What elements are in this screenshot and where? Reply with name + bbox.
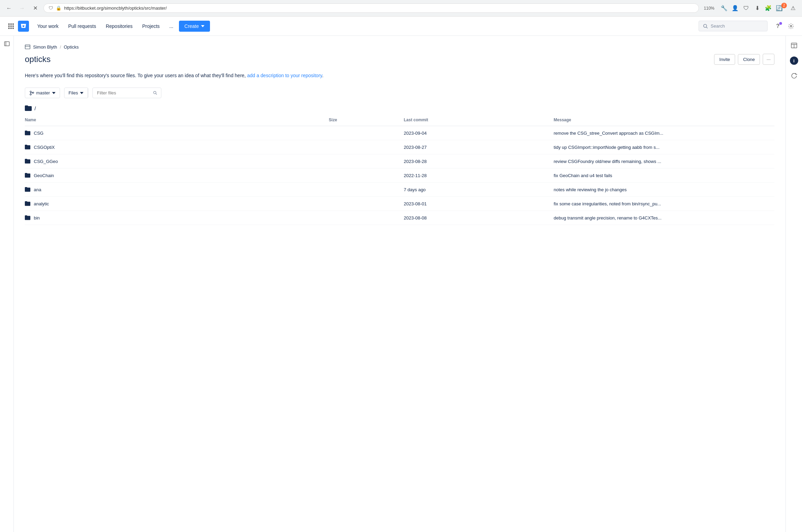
more-link[interactable]: ... [165, 21, 178, 32]
gear-icon [788, 23, 794, 29]
url-text: https://bitbucket.org/simoncblyth/optick… [64, 6, 694, 11]
repo-actions: Invite Clone ··· [714, 54, 774, 65]
more-options-button[interactable]: ··· [763, 54, 774, 65]
file-name-link[interactable]: bin [34, 215, 40, 221]
your-work-link[interactable]: Your work [33, 21, 63, 32]
shield-icon[interactable]: 🛡 [741, 3, 751, 13]
file-name-cell: CSG_GGeo [25, 154, 325, 168]
svg-point-17 [30, 94, 31, 95]
file-name-cell: bin [25, 211, 325, 225]
files-chevron-icon [80, 92, 83, 94]
sidebar-toggle[interactable] [0, 36, 14, 532]
svg-rect-4 [10, 25, 12, 27]
close-button[interactable]: ✕ [30, 3, 40, 13]
file-name-cell: GeoChain [25, 168, 325, 183]
right-panel: i [785, 36, 802, 532]
breadcrumb: Simon Blyth / Opticks [25, 44, 774, 50]
table-row: bin 2023-08-08debug transmit angle preci… [25, 211, 774, 225]
table-row: CSG 2023-09-04remove the CSG_stree_Conve… [25, 126, 774, 140]
file-message-cell: notes while reviewing the jo changes [550, 183, 774, 197]
files-dropdown-label[interactable]: Files [64, 88, 88, 98]
lock-icon: 🔒 [56, 6, 61, 11]
file-table-head: Name Size Last commit Message [25, 114, 774, 126]
address-bar[interactable]: 🛡 🔒 https://bitbucket.org/simoncblyth/op… [43, 3, 699, 13]
refresh-icon[interactable] [789, 70, 800, 81]
file-name-link[interactable]: ana [34, 187, 41, 192]
breadcrumb-user[interactable]: Simon Blyth [33, 44, 57, 50]
browser-chrome: ← → ✕ 🛡 🔒 https://bitbucket.org/simoncbl… [0, 0, 802, 17]
main-content: Simon Blyth / Opticks opticks Invite Clo… [14, 36, 785, 532]
file-name-link[interactable]: GeoChain [34, 173, 54, 178]
file-table: Name Size Last commit Message CSG 2023-0… [25, 114, 774, 225]
download-icon[interactable]: ⬇ [752, 3, 762, 13]
file-name-link[interactable]: analytic [34, 201, 49, 206]
top-nav: Your work Pull requests Repositories Pro… [0, 17, 802, 36]
projects-link[interactable]: Projects [138, 21, 164, 32]
file-name-link[interactable]: CSGOptiX [34, 145, 55, 150]
repositories-link[interactable]: Repositories [102, 21, 137, 32]
repo-description: Here's where you'll find this repository… [25, 72, 774, 79]
alert-icon[interactable]: ⚠ [788, 3, 798, 13]
create-button[interactable]: Create [179, 21, 210, 32]
svg-rect-8 [12, 28, 14, 29]
sidebar-toggle-icon [4, 41, 10, 46]
help-button[interactable]: ? [772, 21, 783, 32]
wrench-icon[interactable]: 🔧 [719, 3, 729, 13]
col-message: Message [550, 114, 774, 126]
clone-button[interactable]: Clone [738, 54, 760, 65]
browser-actions: 🔧 👤 🛡 ⬇ 🧩 🔄 2 ⚠ [719, 3, 798, 13]
search-bar[interactable]: Search [699, 21, 768, 31]
add-description-link[interactable]: add a description to your repository [247, 73, 322, 78]
bitbucket-logo[interactable] [18, 21, 29, 32]
table-row: CSGOptiX 2023-08-27tidy up CSGImport::im… [25, 140, 774, 154]
file-name-link[interactable]: CSG [34, 131, 43, 136]
security-icon: 🛡 [49, 6, 53, 11]
root-folder-label: / [34, 105, 36, 111]
breadcrumb-separator: / [60, 44, 61, 50]
search-placeholder: Search [711, 23, 725, 29]
filter-files-input[interactable] [97, 90, 151, 95]
repo-title: opticks [25, 54, 51, 64]
file-commit-cell: 2023-08-27 [400, 140, 550, 154]
folder-icon [25, 187, 30, 192]
file-name-cell: CSGOptiX [25, 140, 325, 154]
file-size-cell [325, 168, 400, 183]
file-name-link[interactable]: CSG_GGeo [34, 159, 58, 164]
table-row: analytic 2023-08-01fix some case irregul… [25, 197, 774, 211]
pull-requests-link[interactable]: Pull requests [64, 21, 100, 32]
nav-right-icons: ? [772, 21, 796, 32]
file-size-cell [325, 197, 400, 211]
grid-menu-icon[interactable] [6, 21, 17, 32]
file-size-cell [325, 154, 400, 168]
file-commit-cell: 2023-08-08 [400, 211, 550, 225]
svg-rect-0 [8, 23, 10, 25]
file-message-cell: review CSGFoundry old/new diffs remainin… [550, 154, 774, 168]
col-last-commit: Last commit [400, 114, 550, 126]
extensions-icon[interactable]: 🧩 [763, 3, 773, 13]
folder-icon [25, 130, 30, 136]
folder-icon [25, 173, 30, 178]
files-dropdown[interactable]: Files [64, 88, 88, 98]
table-row: ana 7 days agonotes while reviewing the … [25, 183, 774, 197]
settings-button[interactable] [785, 21, 796, 32]
forward-button[interactable]: → [17, 3, 27, 13]
panel-layout-icon[interactable] [789, 40, 800, 51]
svg-line-21 [156, 94, 157, 95]
file-message-cell: fix GeoChain and u4 test fails [550, 168, 774, 183]
info-button[interactable]: i [790, 57, 798, 65]
create-label: Create [184, 23, 199, 29]
breadcrumb-repo[interactable]: Opticks [64, 44, 79, 50]
invite-button[interactable]: Invite [714, 54, 735, 65]
notification-badge: 2 [781, 3, 787, 8]
branch-selector[interactable]: master [25, 88, 60, 98]
svg-line-10 [706, 27, 708, 28]
folder-icon [25, 158, 30, 164]
back-button[interactable]: ← [4, 3, 14, 13]
table-row: CSG_GGeo 2023-08-28review CSGFoundry old… [25, 154, 774, 168]
profile-icon[interactable]: 👤 [730, 3, 740, 13]
col-size: Size [325, 114, 400, 126]
filter-files-input-wrap[interactable] [92, 88, 161, 98]
table-header-row: Name Size Last commit Message [25, 114, 774, 126]
svg-rect-5 [12, 25, 14, 27]
search-icon [703, 24, 708, 29]
